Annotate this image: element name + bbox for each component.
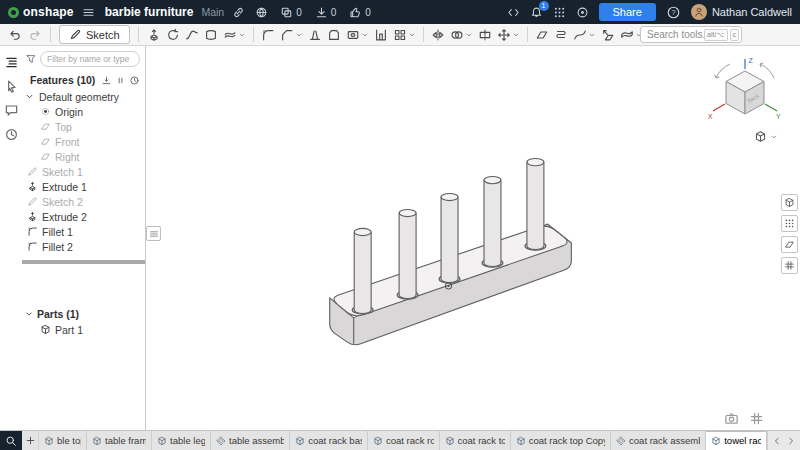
tab-coat-rack-rod[interactable]: coat rack rod bbox=[368, 431, 440, 450]
select-tool-button[interactable] bbox=[4, 79, 19, 94]
curve-tool-button[interactable] bbox=[571, 26, 598, 44]
share-button[interactable]: Share bbox=[599, 3, 656, 21]
feature-item-default-geometry[interactable]: Default geometry bbox=[22, 89, 145, 104]
peg3-body bbox=[441, 197, 458, 282]
help-button[interactable] bbox=[666, 5, 681, 20]
rebuild-history-button[interactable] bbox=[129, 75, 140, 86]
rebuild-history-icon bbox=[129, 75, 140, 86]
suspend-rebuild-button[interactable] bbox=[115, 75, 126, 86]
transform-tool-button[interactable] bbox=[495, 26, 522, 44]
tab-coat-rack-base[interactable]: coat rack base bbox=[290, 431, 368, 450]
tab-towel-rack[interactable]: towel rack bbox=[706, 431, 767, 450]
snapshot-button[interactable] bbox=[724, 411, 739, 426]
undo-button[interactable] bbox=[6, 26, 24, 44]
towel-rack-model[interactable] bbox=[147, 46, 800, 430]
view-mode-button[interactable] bbox=[754, 130, 778, 143]
shell-tool-button[interactable] bbox=[325, 26, 343, 44]
helix-tool-button[interactable] bbox=[552, 26, 570, 44]
feature-item-sketch-1[interactable]: Sketch 1 bbox=[22, 164, 145, 179]
tab-manager-button[interactable] bbox=[0, 431, 22, 450]
boolean-tool-button[interactable] bbox=[448, 26, 475, 44]
tab-coat-rack-top[interactable]: coat rack top bbox=[440, 431, 511, 450]
x-axis-label: X bbox=[708, 113, 713, 120]
part-studio-tab-icon bbox=[445, 436, 455, 446]
app-store-button[interactable] bbox=[553, 6, 566, 19]
part-item-part-1[interactable]: Part 1 bbox=[22, 322, 145, 337]
feature-item-front[interactable]: Front bbox=[22, 134, 145, 149]
history-button[interactable] bbox=[4, 127, 19, 142]
hole-tool-button[interactable] bbox=[344, 26, 371, 44]
feature-filter-input[interactable] bbox=[40, 51, 140, 67]
copy-link-icon[interactable] bbox=[232, 6, 245, 19]
exports-stat[interactable]: 0 bbox=[315, 6, 337, 19]
display-states-button[interactable] bbox=[781, 215, 798, 232]
view-cube[interactable]: Back Z X Y bbox=[706, 54, 784, 132]
workspace-name[interactable]: Main bbox=[201, 6, 224, 18]
rollback-bar-handle[interactable] bbox=[146, 226, 161, 241]
public-globe-icon[interactable] bbox=[255, 6, 268, 19]
sweep-icon bbox=[185, 28, 199, 42]
thicken-tool-button[interactable] bbox=[221, 26, 248, 44]
project-tool-button[interactable] bbox=[599, 26, 617, 44]
graphics-area[interactable]: Back Z X Y bbox=[147, 46, 800, 430]
feature-item-sketch-2[interactable]: Sketch 2 bbox=[22, 194, 145, 209]
comments-button[interactable] bbox=[4, 103, 19, 118]
sketch-button[interactable]: Sketch bbox=[59, 25, 130, 44]
tab-table-assembly[interactable]: table assembly bbox=[211, 431, 290, 450]
feature-item-top[interactable]: Top bbox=[22, 119, 145, 134]
developer-tools-button[interactable] bbox=[507, 6, 520, 19]
tab-coat-rack-top-copy-1[interactable]: coat rack top Copy 1 bbox=[511, 431, 611, 450]
revolve-tool-button[interactable] bbox=[164, 26, 182, 44]
tabs-scroll-left-button[interactable] bbox=[770, 436, 784, 446]
likes-stat[interactable]: 0 bbox=[349, 6, 371, 19]
tab-table-legs[interactable]: table legs bbox=[152, 431, 211, 450]
fillet-tool-button[interactable] bbox=[259, 26, 277, 44]
rollback-bar[interactable] bbox=[22, 260, 145, 264]
tables-panel-icon bbox=[784, 260, 795, 271]
named-views-button[interactable] bbox=[781, 236, 798, 253]
tab-ble-top[interactable]: ble top bbox=[39, 431, 87, 450]
extrude-tool-button[interactable] bbox=[145, 26, 163, 44]
grid-settings-button[interactable] bbox=[749, 411, 764, 426]
main-menu-button[interactable] bbox=[82, 6, 95, 19]
redo-button[interactable] bbox=[26, 26, 44, 44]
feature-item-right[interactable]: Right bbox=[22, 149, 145, 164]
mirror-tool-button[interactable] bbox=[429, 26, 447, 44]
shell-icon bbox=[327, 28, 341, 42]
linear-pattern-tool-button[interactable] bbox=[391, 26, 418, 44]
appearance-panel-button[interactable] bbox=[781, 194, 798, 211]
copies-stat[interactable]: 0 bbox=[280, 6, 302, 19]
plane-tool-button[interactable] bbox=[533, 26, 551, 44]
features-header-icons bbox=[101, 75, 140, 86]
onshape-logo[interactable]: onshape bbox=[8, 5, 74, 19]
sweep-tool-button[interactable] bbox=[183, 26, 201, 44]
tables-panel-button[interactable] bbox=[781, 257, 798, 274]
notifications-button[interactable]: 1 bbox=[530, 6, 543, 19]
rib-tool-button[interactable] bbox=[372, 26, 390, 44]
draft-tool-button[interactable] bbox=[306, 26, 324, 44]
insert-here-button[interactable] bbox=[101, 75, 112, 86]
feature-item-fillet-2[interactable]: Fillet 2 bbox=[22, 239, 145, 254]
document-panels-button[interactable] bbox=[4, 55, 19, 70]
feature-item-extrude-1[interactable]: Extrude 1 bbox=[22, 179, 145, 194]
feature-item-extrude-2[interactable]: Extrude 2 bbox=[22, 209, 145, 224]
ai-assistant-icon bbox=[576, 6, 589, 19]
tab-table-frame[interactable]: table frame bbox=[87, 431, 152, 450]
features-header-label: Features (10) bbox=[30, 74, 95, 86]
feature-item-label: Front bbox=[55, 136, 80, 148]
tab-coat-rack-assembly[interactable]: coat rack assembly bbox=[611, 431, 706, 450]
split-tool-button[interactable] bbox=[476, 26, 494, 44]
copy-link-glyph bbox=[232, 6, 245, 19]
feature-item-fillet-1[interactable]: Fillet 1 bbox=[22, 224, 145, 239]
chamfer-tool-button[interactable] bbox=[278, 26, 305, 44]
tabs-scroll-right-button[interactable] bbox=[784, 436, 798, 446]
user-menu[interactable]: Nathan Caldwell bbox=[691, 4, 792, 20]
feature-tree-list: Default geometryOriginTopFrontRightSketc… bbox=[22, 89, 145, 254]
loft-tool-button[interactable] bbox=[202, 26, 220, 44]
user-avatar bbox=[691, 4, 707, 20]
boolean-icon bbox=[450, 28, 464, 42]
feature-item-origin[interactable]: Origin bbox=[22, 104, 145, 119]
ai-assistant-button[interactable] bbox=[576, 6, 589, 19]
parts-header[interactable]: Parts (1) bbox=[22, 306, 145, 322]
new-tab-button[interactable] bbox=[22, 431, 39, 450]
